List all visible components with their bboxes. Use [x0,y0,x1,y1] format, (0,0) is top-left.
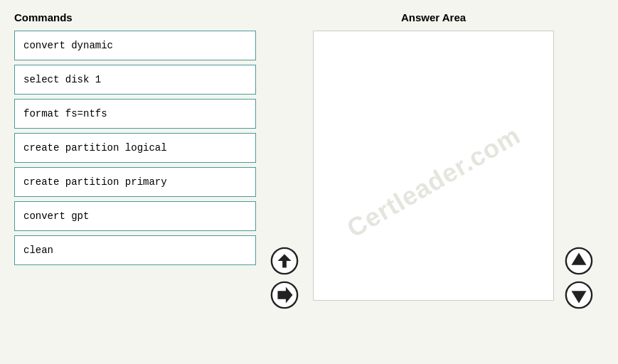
watermark: Certleader.com [341,120,525,243]
move-right-button[interactable] [270,280,299,310]
answer-area[interactable]: Certleader.com [313,31,554,301]
commands-panel: Commands convert dynamic select disk 1 f… [14,11,256,353]
command-item-3[interactable]: format fs=ntfs [14,99,256,129]
command-item-4[interactable]: create partition logical [14,133,256,163]
move-up-right-button[interactable] [270,246,299,276]
main-container: Commands convert dynamic select disk 1 f… [0,0,618,364]
move-up-button[interactable] [564,246,594,276]
command-item-2[interactable]: select disk 1 [14,65,256,95]
command-item-7[interactable]: clean [14,235,256,265]
right-controls [554,11,604,353]
command-item-1[interactable]: convert dynamic [14,31,256,60]
command-item-6[interactable]: convert gpt [14,201,256,231]
answer-panel: Answer Area Certleader.com [313,11,554,353]
move-down-button[interactable] [564,280,594,310]
command-item-5[interactable]: create partition primary [14,167,256,197]
answer-title: Answer Area [313,11,554,23]
commands-title: Commands [14,11,256,23]
middle-controls [256,11,313,353]
